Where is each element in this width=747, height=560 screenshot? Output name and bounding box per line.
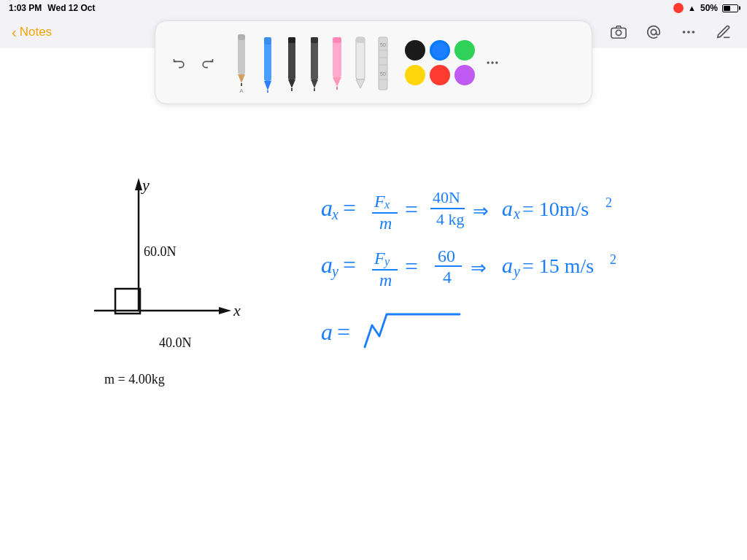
svg-rect-27 [356,37,365,43]
mention-button[interactable] [642,20,665,44]
svg-text:y: y [330,263,338,280]
compose-button[interactable] [712,20,735,44]
svg-text:a: a [321,252,333,278]
svg-point-38 [491,61,493,63]
color-yellow[interactable] [405,65,425,85]
svg-text:y: y [512,263,520,280]
svg-rect-15 [288,37,295,43]
svg-text:⇒: ⇒ [473,201,489,222]
svg-marker-20 [311,79,318,88]
svg-text:40N: 40N [433,188,460,206]
color-red[interactable] [430,65,450,85]
color-purple[interactable] [454,65,475,85]
status-right: ▲ 50% [673,3,738,13]
svg-text:x: x [331,206,338,222]
undo-redo-group [167,50,220,75]
svg-rect-22 [333,37,341,77]
blue-pen-tool[interactable] [256,34,279,96]
drawing-canvas[interactable]: y x 60.0N 40.0N m = 4.00kg a x = F x m =… [0,48,747,560]
back-button[interactable]: ‹ Notes [12,25,52,39]
svg-marker-24 [333,77,341,87]
svg-text:60.0N: 60.0N [144,244,177,259]
battery-icon [722,4,738,12]
svg-text:60: 60 [438,246,455,265]
svg-text:a: a [502,253,513,277]
battery-percent: 50% [700,3,718,13]
canvas-area[interactable]: y x 60.0N 40.0N m = 4.00kg a x = F x m =… [0,48,747,560]
svg-text:x: x [513,206,520,222]
svg-text:=: = [405,253,418,279]
color-black[interactable] [405,40,425,61]
svg-text:m: m [379,214,392,233]
svg-point-39 [495,61,498,63]
redo-button[interactable] [195,50,220,75]
status-date: Wed 12 Oct [47,3,95,13]
svg-text:= 10m/s: = 10m/s [522,198,589,220]
svg-point-2 [651,29,656,34]
undo-button[interactable] [167,50,192,75]
black-marker-tool[interactable] [281,34,303,96]
svg-text:y: y [141,176,150,194]
svg-text:F: F [374,249,385,268]
svg-marker-8 [238,74,245,83]
more-options-button[interactable] [481,51,504,74]
svg-rect-11 [264,37,271,44]
dark-pen-tool[interactable] [304,34,325,96]
svg-marker-28 [356,79,365,88]
svg-marker-16 [288,79,295,88]
record-indicator [673,3,684,13]
nav-actions [607,20,735,44]
eraser-tool[interactable] [349,34,371,96]
color-swatches [405,40,475,85]
svg-text:m: m [379,271,392,289]
svg-text:⇒: ⇒ [471,257,487,279]
tools-group: A [228,29,393,96]
svg-text:a: a [321,195,333,221]
status-left: 1:03 PM Wed 12 Oct [9,3,96,13]
back-label: Notes [20,25,52,39]
svg-rect-14 [288,37,295,79]
svg-rect-19 [311,37,318,43]
svg-text:=: = [343,252,356,278]
svg-point-3 [683,31,686,34]
svg-text:4 kg: 4 kg [436,210,465,228]
svg-text:x: x [233,301,241,319]
svg-text:x: x [384,198,390,211]
text-tool[interactable]: A [228,29,255,96]
svg-text:a: a [502,196,513,220]
color-green[interactable] [454,40,475,61]
svg-rect-18 [311,37,318,79]
svg-rect-26 [356,37,365,79]
svg-text:=: = [337,319,350,345]
ellipsis-button[interactable] [677,20,700,44]
svg-point-5 [692,31,695,34]
svg-text:4: 4 [443,268,452,287]
pink-marker-tool[interactable] [326,34,348,96]
svg-text:a: a [321,319,333,345]
svg-text:2: 2 [610,252,616,267]
back-chevron-icon: ‹ [12,25,17,39]
svg-point-1 [616,30,621,35]
color-blue[interactable] [430,40,450,61]
drawing-toolbar: A [155,20,592,104]
ruler-tool[interactable]: 50 50 [373,34,393,96]
svg-text:=: = [405,196,418,222]
svg-text:50: 50 [380,42,386,47]
svg-rect-23 [333,37,341,43]
svg-text:=: = [343,195,356,221]
battery-fill [724,6,730,11]
svg-rect-6 [238,34,245,74]
svg-text:= 15 m/s: = 15 m/s [522,254,594,277]
svg-text:40.0N: 40.0N [159,335,192,350]
text-tool-label: A [239,88,243,94]
svg-marker-12 [264,81,271,90]
wifi-icon: ▲ [688,4,696,12]
svg-marker-41 [135,178,142,190]
status-bar: 1:03 PM Wed 12 Oct ▲ 50% [0,0,747,16]
camera-button[interactable] [607,20,630,44]
svg-text:50: 50 [380,71,386,77]
status-time: 1:03 PM [9,3,42,13]
svg-text:y: y [383,255,390,268]
svg-text:2: 2 [605,195,612,210]
svg-point-37 [487,61,489,63]
